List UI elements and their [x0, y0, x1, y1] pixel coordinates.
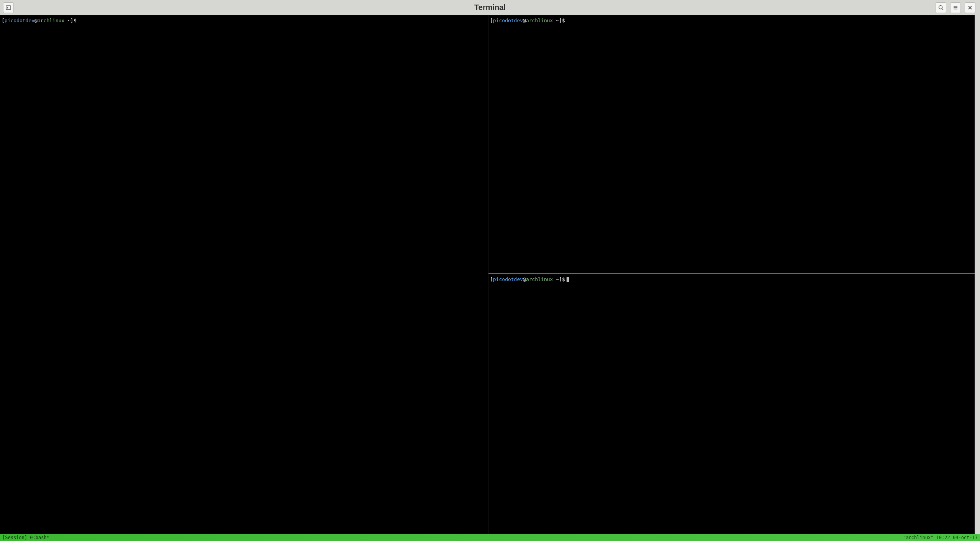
- prompt-path: ~: [553, 18, 559, 23]
- prompt-bracket-close: ]: [559, 276, 562, 282]
- statusbar-left: [Session] 0:bash*: [0, 535, 49, 540]
- search-button[interactable]: [936, 2, 946, 13]
- prompt-bracket-open: [: [490, 276, 493, 282]
- svg-point-1: [939, 5, 942, 9]
- pane-top-right[interactable]: [picodotdev@archlinux ~]$: [488, 15, 980, 273]
- window-list: 0:bash*: [27, 535, 49, 540]
- svg-rect-0: [6, 6, 11, 10]
- terminal-icon: [5, 5, 11, 11]
- prompt-bracket-close: ]: [70, 18, 74, 23]
- tmux-statusbar: [Session] 0:bash* "archlinux" 10:22 04-o…: [0, 534, 980, 541]
- terminal-content-area: [picodotdev@archlinux ~]$ [picodotdev@ar…: [0, 15, 980, 541]
- prompt-user: picodotdev: [493, 276, 523, 282]
- prompt-user: picodotdev: [493, 18, 523, 23]
- prompt-bracket-open: [: [490, 18, 493, 23]
- shell-prompt: [picodotdev@archlinux ~]$: [2, 18, 77, 24]
- window-titlebar: Terminal: [0, 0, 980, 15]
- prompt-bracket-open: [: [2, 18, 5, 23]
- prompt-user: picodotdev: [5, 18, 34, 23]
- pane-left[interactable]: [picodotdev@archlinux ~]$: [0, 15, 488, 534]
- svg-line-2: [942, 8, 944, 10]
- new-tab-button[interactable]: [3, 2, 14, 13]
- prompt-at: @: [523, 18, 526, 23]
- prompt-symbol: $: [562, 18, 565, 23]
- statusbar-right: "archlinux" 10:22 04-oct-17: [903, 535, 980, 540]
- search-icon: [938, 5, 944, 11]
- prompt-host: archlinux: [526, 18, 553, 23]
- pane-right-column: [picodotdev@archlinux ~]$ [picodotdev@ar…: [488, 15, 980, 534]
- close-button[interactable]: [965, 2, 975, 13]
- window-title: Terminal: [474, 3, 506, 12]
- cursor: [567, 277, 569, 282]
- prompt-path: ~: [64, 18, 70, 23]
- prompt-symbol: $: [562, 276, 565, 282]
- prompt-host: archlinux: [526, 276, 553, 282]
- shell-prompt: [picodotdev@archlinux ~]$: [490, 18, 565, 24]
- prompt-bracket-close: ]: [559, 18, 562, 23]
- prompt-host: archlinux: [38, 18, 64, 23]
- prompt-path: ~: [553, 276, 559, 282]
- prompt-at: @: [523, 276, 526, 282]
- hamburger-icon: [952, 5, 959, 11]
- prompt-at: @: [34, 18, 38, 23]
- tmux-panes-container: [picodotdev@archlinux ~]$ [picodotdev@ar…: [0, 15, 980, 534]
- scrollbar-track[interactable]: [975, 15, 980, 534]
- shell-prompt: [picodotdev@archlinux ~]$: [490, 276, 569, 283]
- titlebar-right-controls: [936, 2, 980, 13]
- menu-button[interactable]: [950, 2, 961, 13]
- pane-bottom-right-active[interactable]: [picodotdev@archlinux ~]$: [488, 273, 980, 534]
- prompt-symbol: $: [74, 18, 77, 23]
- titlebar-left-controls: [0, 2, 15, 13]
- close-icon: [967, 5, 973, 11]
- session-name: [Session]: [2, 535, 27, 540]
